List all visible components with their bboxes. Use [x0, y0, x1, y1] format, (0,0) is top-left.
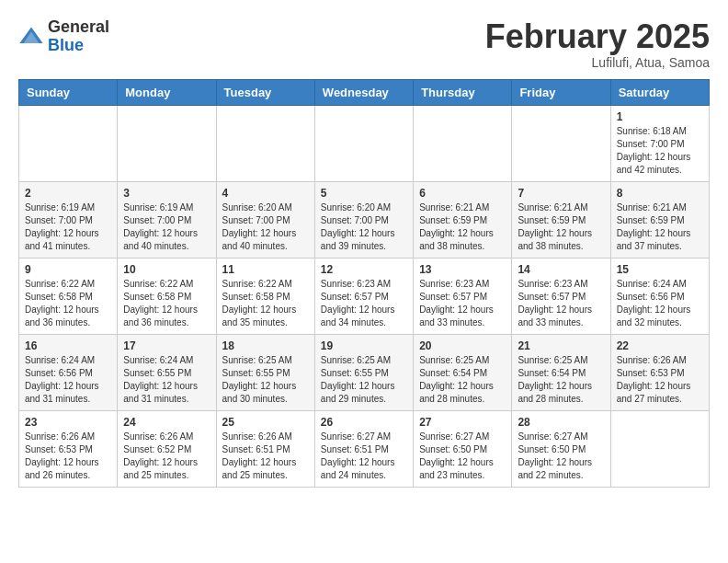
- calendar-cell: 10Sunrise: 6:22 AM Sunset: 6:58 PM Dayli…: [118, 258, 216, 334]
- day-number: 27: [419, 416, 506, 429]
- day-number: 23: [25, 416, 111, 429]
- weekday-header: Saturday: [610, 79, 709, 105]
- day-info: Sunrise: 6:26 AM Sunset: 6:53 PM Dayligh…: [25, 431, 111, 482]
- calendar-cell: 5Sunrise: 6:20 AM Sunset: 7:00 PM Daylig…: [314, 181, 413, 258]
- calendar-week-row: 9Sunrise: 6:22 AM Sunset: 6:58 PM Daylig…: [19, 258, 710, 334]
- calendar-week-row: 16Sunrise: 6:24 AM Sunset: 6:56 PM Dayli…: [19, 334, 710, 410]
- calendar-table: SundayMondayTuesdayWednesdayThursdayFrid…: [18, 79, 710, 488]
- logo-text: General Blue: [48, 18, 109, 55]
- day-number: 2: [25, 187, 111, 200]
- calendar-cell: 8Sunrise: 6:21 AM Sunset: 6:59 PM Daylig…: [610, 181, 709, 258]
- calendar-cell: [512, 105, 610, 181]
- day-number: 5: [321, 187, 407, 200]
- day-info: Sunrise: 6:20 AM Sunset: 7:00 PM Dayligh…: [321, 201, 407, 253]
- calendar-cell: 13Sunrise: 6:23 AM Sunset: 6:57 PM Dayli…: [414, 258, 512, 334]
- day-info: Sunrise: 6:23 AM Sunset: 6:57 PM Dayligh…: [518, 278, 604, 329]
- day-info: Sunrise: 6:27 AM Sunset: 6:51 PM Dayligh…: [321, 431, 407, 482]
- day-number: 11: [222, 263, 309, 276]
- day-number: 24: [123, 416, 210, 429]
- location: Lufilufi, Atua, Samoa: [485, 55, 710, 70]
- day-info: Sunrise: 6:21 AM Sunset: 6:59 PM Dayligh…: [518, 201, 604, 253]
- day-info: Sunrise: 6:25 AM Sunset: 6:54 PM Dayligh…: [518, 354, 604, 406]
- day-number: 13: [419, 263, 506, 276]
- day-number: 10: [123, 263, 210, 276]
- calendar-week-row: 23Sunrise: 6:26 AM Sunset: 6:53 PM Dayli…: [19, 410, 710, 487]
- calendar-cell: 25Sunrise: 6:26 AM Sunset: 6:51 PM Dayli…: [216, 410, 314, 487]
- logo: General Blue: [18, 18, 109, 55]
- calendar-cell: [414, 105, 512, 181]
- calendar-cell: 15Sunrise: 6:24 AM Sunset: 6:56 PM Dayli…: [610, 258, 709, 334]
- day-number: 4: [222, 187, 309, 200]
- day-info: Sunrise: 6:27 AM Sunset: 6:50 PM Dayligh…: [419, 431, 506, 482]
- calendar-week-row: 1Sunrise: 6:18 AM Sunset: 7:00 PM Daylig…: [19, 105, 710, 181]
- day-info: Sunrise: 6:22 AM Sunset: 6:58 PM Dayligh…: [25, 278, 111, 329]
- day-number: 16: [25, 339, 111, 352]
- title-block: February 2025 Lufilufi, Atua, Samoa: [485, 18, 710, 70]
- day-number: 22: [617, 339, 703, 352]
- day-info: Sunrise: 6:24 AM Sunset: 6:56 PM Dayligh…: [617, 278, 703, 329]
- calendar-cell: 3Sunrise: 6:19 AM Sunset: 7:00 PM Daylig…: [118, 181, 216, 258]
- day-number: 17: [123, 339, 210, 352]
- day-number: 8: [617, 187, 703, 200]
- weekday-header: Thursday: [414, 79, 512, 105]
- calendar-cell: 4Sunrise: 6:20 AM Sunset: 7:00 PM Daylig…: [216, 181, 314, 258]
- logo-line2: Blue: [48, 37, 109, 55]
- day-number: 1: [617, 110, 703, 123]
- day-number: 12: [321, 263, 407, 276]
- day-info: Sunrise: 6:19 AM Sunset: 7:00 PM Dayligh…: [25, 201, 111, 253]
- calendar-cell: 11Sunrise: 6:22 AM Sunset: 6:58 PM Dayli…: [216, 258, 314, 334]
- weekday-header: Tuesday: [216, 79, 314, 105]
- day-number: 19: [321, 339, 407, 352]
- day-number: 3: [123, 187, 210, 200]
- calendar-cell: 22Sunrise: 6:26 AM Sunset: 6:53 PM Dayli…: [610, 334, 709, 410]
- day-number: 6: [419, 187, 506, 200]
- calendar-cell: [118, 105, 216, 181]
- day-number: 25: [222, 416, 309, 429]
- day-number: 7: [518, 187, 604, 200]
- calendar-cell: 26Sunrise: 6:27 AM Sunset: 6:51 PM Dayli…: [314, 410, 413, 487]
- weekday-header: Wednesday: [314, 79, 413, 105]
- logo-line1: General: [48, 18, 109, 37]
- day-number: 15: [617, 263, 703, 276]
- calendar-cell: 14Sunrise: 6:23 AM Sunset: 6:57 PM Dayli…: [512, 258, 610, 334]
- day-number: 26: [321, 416, 407, 429]
- month-title: February 2025: [485, 18, 710, 55]
- day-info: Sunrise: 6:24 AM Sunset: 6:56 PM Dayligh…: [25, 354, 111, 406]
- day-number: 28: [518, 416, 604, 429]
- calendar-cell: 24Sunrise: 6:26 AM Sunset: 6:52 PM Dayli…: [118, 410, 216, 487]
- weekday-header: Friday: [512, 79, 610, 105]
- day-info: Sunrise: 6:25 AM Sunset: 6:55 PM Dayligh…: [321, 354, 407, 406]
- calendar-cell: 1Sunrise: 6:18 AM Sunset: 7:00 PM Daylig…: [610, 105, 709, 181]
- calendar-header-row: SundayMondayTuesdayWednesdayThursdayFrid…: [19, 79, 710, 105]
- calendar-cell: [314, 105, 413, 181]
- day-number: 20: [419, 339, 506, 352]
- calendar-cell: 9Sunrise: 6:22 AM Sunset: 6:58 PM Daylig…: [19, 258, 118, 334]
- calendar-week-row: 2Sunrise: 6:19 AM Sunset: 7:00 PM Daylig…: [19, 181, 710, 258]
- day-info: Sunrise: 6:20 AM Sunset: 7:00 PM Dayligh…: [222, 201, 309, 253]
- day-info: Sunrise: 6:26 AM Sunset: 6:53 PM Dayligh…: [617, 354, 703, 406]
- calendar-cell: 17Sunrise: 6:24 AM Sunset: 6:55 PM Dayli…: [118, 334, 216, 410]
- calendar-cell: 28Sunrise: 6:27 AM Sunset: 6:50 PM Dayli…: [512, 410, 610, 487]
- day-info: Sunrise: 6:25 AM Sunset: 6:54 PM Dayligh…: [419, 354, 506, 406]
- calendar-cell: 27Sunrise: 6:27 AM Sunset: 6:50 PM Dayli…: [414, 410, 512, 487]
- day-info: Sunrise: 6:22 AM Sunset: 6:58 PM Dayligh…: [123, 278, 210, 329]
- day-info: Sunrise: 6:26 AM Sunset: 6:52 PM Dayligh…: [123, 431, 210, 482]
- weekday-header: Sunday: [19, 79, 118, 105]
- logo-icon: [18, 24, 44, 50]
- calendar-cell: [216, 105, 314, 181]
- page-header: General Blue February 2025 Lufilufi, Atu…: [18, 18, 710, 70]
- calendar-cell: 12Sunrise: 6:23 AM Sunset: 6:57 PM Dayli…: [314, 258, 413, 334]
- day-info: Sunrise: 6:26 AM Sunset: 6:51 PM Dayligh…: [222, 431, 309, 482]
- calendar-cell: 16Sunrise: 6:24 AM Sunset: 6:56 PM Dayli…: [19, 334, 118, 410]
- calendar-cell: 21Sunrise: 6:25 AM Sunset: 6:54 PM Dayli…: [512, 334, 610, 410]
- day-number: 9: [25, 263, 111, 276]
- calendar-cell: [610, 410, 709, 487]
- day-info: Sunrise: 6:27 AM Sunset: 6:50 PM Dayligh…: [518, 431, 604, 482]
- day-info: Sunrise: 6:24 AM Sunset: 6:55 PM Dayligh…: [123, 354, 210, 406]
- calendar-cell: 2Sunrise: 6:19 AM Sunset: 7:00 PM Daylig…: [19, 181, 118, 258]
- day-number: 18: [222, 339, 309, 352]
- day-info: Sunrise: 6:21 AM Sunset: 6:59 PM Dayligh…: [419, 201, 506, 253]
- day-number: 14: [518, 263, 604, 276]
- day-info: Sunrise: 6:23 AM Sunset: 6:57 PM Dayligh…: [321, 278, 407, 329]
- day-info: Sunrise: 6:21 AM Sunset: 6:59 PM Dayligh…: [617, 201, 703, 253]
